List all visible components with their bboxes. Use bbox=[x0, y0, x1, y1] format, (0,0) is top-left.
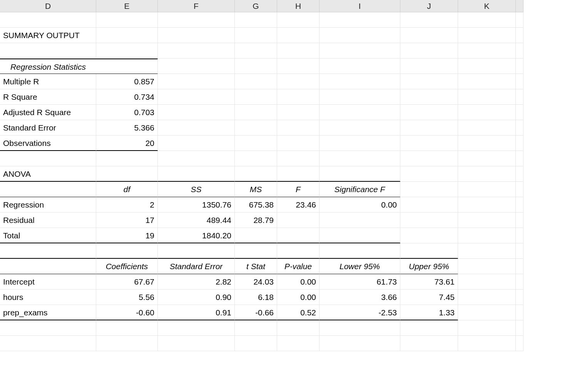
cell[interactable] bbox=[235, 43, 277, 59]
coef-value[interactable]: 5.56 bbox=[96, 290, 158, 305]
cell[interactable] bbox=[0, 182, 96, 197]
cell[interactable] bbox=[158, 243, 235, 259]
anova-row-label[interactable]: Total bbox=[0, 228, 96, 243]
cell[interactable] bbox=[235, 74, 277, 89]
col-header[interactable]: E bbox=[96, 0, 158, 12]
cell[interactable] bbox=[277, 89, 319, 105]
cell[interactable] bbox=[319, 151, 400, 166]
cell[interactable] bbox=[458, 89, 516, 105]
coef-header-t[interactable]: t Stat bbox=[235, 259, 277, 274]
cell[interactable] bbox=[235, 12, 277, 28]
cell[interactable] bbox=[235, 120, 277, 136]
cell[interactable] bbox=[158, 74, 235, 89]
col-header[interactable]: H bbox=[277, 0, 319, 12]
cell[interactable] bbox=[516, 274, 524, 290]
cell[interactable] bbox=[319, 74, 400, 89]
cell[interactable] bbox=[0, 320, 96, 336]
cell[interactable] bbox=[96, 28, 158, 43]
coef-value[interactable]: -0.60 bbox=[96, 305, 158, 320]
cell[interactable] bbox=[516, 290, 524, 305]
reg-stat-label[interactable]: Observations bbox=[0, 136, 96, 151]
coef-value[interactable]: 1.33 bbox=[400, 305, 458, 320]
cell[interactable] bbox=[400, 336, 458, 351]
cell[interactable] bbox=[319, 320, 400, 336]
coef-value[interactable]: 0.00 bbox=[277, 290, 319, 305]
cell[interactable] bbox=[516, 243, 524, 259]
coef-value[interactable]: 0.91 bbox=[158, 305, 235, 320]
cell[interactable] bbox=[400, 105, 458, 120]
cell[interactable] bbox=[516, 105, 524, 120]
cell[interactable] bbox=[458, 136, 516, 151]
cell[interactable] bbox=[400, 166, 458, 182]
cell[interactable] bbox=[277, 151, 319, 166]
cell[interactable] bbox=[277, 74, 319, 89]
cell[interactable] bbox=[516, 305, 524, 320]
cell[interactable] bbox=[96, 243, 158, 259]
cell[interactable] bbox=[158, 120, 235, 136]
col-header[interactable]: I bbox=[319, 0, 400, 12]
cell[interactable] bbox=[516, 182, 524, 197]
cell[interactable] bbox=[158, 136, 235, 151]
cell[interactable] bbox=[516, 89, 524, 105]
cell[interactable] bbox=[458, 120, 516, 136]
cell[interactable] bbox=[400, 28, 458, 43]
reg-stat-value[interactable]: 0.734 bbox=[96, 89, 158, 105]
cell[interactable] bbox=[277, 43, 319, 59]
summary-output-title[interactable]: SUMMARY OUTPUT bbox=[0, 28, 96, 43]
reg-stat-label[interactable]: Standard Error bbox=[0, 120, 96, 136]
coef-value[interactable]: 0.90 bbox=[158, 290, 235, 305]
anova-header-sigf[interactable]: Significance F bbox=[319, 182, 400, 197]
reg-stat-value[interactable]: 0.857 bbox=[96, 74, 158, 89]
cell[interactable] bbox=[400, 59, 458, 74]
col-header[interactable] bbox=[516, 0, 524, 12]
cell[interactable] bbox=[158, 59, 235, 74]
anova-value[interactable]: 2 bbox=[96, 197, 158, 213]
cell[interactable] bbox=[516, 213, 524, 228]
cell[interactable] bbox=[235, 59, 277, 74]
cell[interactable] bbox=[96, 43, 158, 59]
coef-row-label[interactable]: Intercept bbox=[0, 274, 96, 290]
coef-value[interactable]: 3.66 bbox=[319, 290, 400, 305]
cell[interactable] bbox=[516, 228, 524, 243]
anova-row-label[interactable]: Regression bbox=[0, 197, 96, 213]
cell[interactable] bbox=[277, 12, 319, 28]
cell[interactable] bbox=[458, 290, 516, 305]
cell[interactable] bbox=[400, 89, 458, 105]
cell[interactable] bbox=[96, 166, 158, 182]
cell[interactable] bbox=[400, 228, 458, 243]
reg-stat-value[interactable]: 0.703 bbox=[96, 105, 158, 120]
cell[interactable] bbox=[0, 12, 96, 28]
cell[interactable] bbox=[400, 151, 458, 166]
cell[interactable] bbox=[235, 166, 277, 182]
cell[interactable] bbox=[458, 43, 516, 59]
cell[interactable] bbox=[277, 120, 319, 136]
cell[interactable] bbox=[319, 12, 400, 28]
cell[interactable] bbox=[277, 28, 319, 43]
anova-value[interactable]: 0.00 bbox=[319, 197, 400, 213]
cell[interactable] bbox=[0, 43, 96, 59]
cell[interactable] bbox=[458, 197, 516, 213]
col-header[interactable]: K bbox=[458, 0, 516, 12]
spreadsheet[interactable]: D E F G H I J K SUMMARY OUTPUT Regressio… bbox=[0, 0, 567, 351]
coef-header-lo[interactable]: Lower 95% bbox=[319, 259, 400, 274]
cell[interactable] bbox=[277, 59, 319, 74]
cell[interactable] bbox=[235, 136, 277, 151]
cell[interactable] bbox=[400, 213, 458, 228]
cell[interactable] bbox=[96, 12, 158, 28]
cell[interactable] bbox=[458, 305, 516, 320]
anova-title[interactable]: ANOVA bbox=[0, 166, 96, 182]
cell[interactable] bbox=[0, 151, 96, 166]
anova-value[interactable]: 1840.20 bbox=[158, 228, 235, 243]
anova-header-f[interactable]: F bbox=[277, 182, 319, 197]
cell[interactable] bbox=[458, 12, 516, 28]
anova-value[interactable]: 675.38 bbox=[235, 197, 277, 213]
anova-value[interactable] bbox=[277, 228, 319, 243]
cell[interactable] bbox=[400, 74, 458, 89]
coef-row-label[interactable]: prep_exams bbox=[0, 305, 96, 320]
cell[interactable] bbox=[319, 28, 400, 43]
cell[interactable] bbox=[516, 136, 524, 151]
col-header[interactable]: F bbox=[158, 0, 235, 12]
reg-stat-value[interactable]: 20 bbox=[96, 136, 158, 151]
cell[interactable] bbox=[319, 43, 400, 59]
col-header[interactable]: D bbox=[0, 0, 96, 12]
